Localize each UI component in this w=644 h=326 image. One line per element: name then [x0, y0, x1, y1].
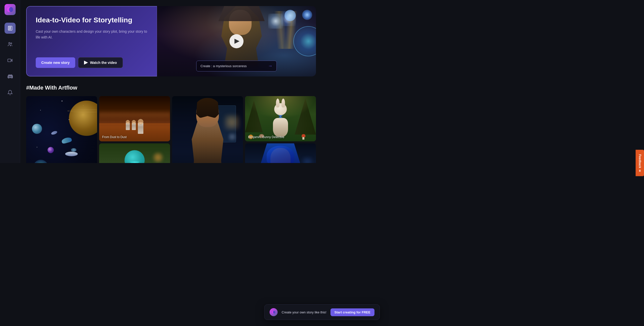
app-logo[interactable]: [5, 4, 16, 15]
light-orb-top: [302, 10, 312, 20]
gallery-item-bunny[interactable]: Benjamin, Bunny Detective: [245, 96, 316, 141]
watch-video-button[interactable]: Watch the video: [78, 57, 123, 68]
city-light-2: [228, 133, 236, 141]
astronaut-small-1: [126, 123, 130, 130]
bunny-label: Benjamin, Bunny Detective: [248, 135, 284, 139]
svg-rect-5: [8, 59, 11, 62]
space-background: [26, 96, 97, 163]
gallery-item-cartoon[interactable]: [99, 143, 170, 163]
cartoon-background: [99, 143, 170, 163]
mars-background: From Dust to Dust: [99, 96, 170, 141]
bell-icon: [7, 90, 13, 95]
star-1: [40, 110, 41, 110]
mars-label: From Dust to Dust: [102, 135, 127, 139]
sidebar-item-stories[interactable]: [5, 23, 16, 34]
hero-buttons: Create new story Watch the video: [36, 57, 148, 68]
svg-point-1: [9, 7, 13, 12]
hero-left-panel: Idea-to-Video for Storytelling Cast your…: [26, 6, 157, 76]
small-planet-1: [32, 124, 42, 134]
electric-glow: [268, 14, 283, 29]
ufo-dome: [71, 148, 76, 152]
gallery-item-portrait[interactable]: [172, 96, 243, 163]
large-planet: [69, 101, 97, 136]
character-hood: [213, 6, 270, 21]
small-planet-2: [48, 147, 54, 153]
gallery-item-mars[interactable]: From Dust to Dust: [99, 96, 170, 141]
city-light-1: [224, 115, 239, 130]
bunny-ear-2: [281, 99, 285, 107]
star-6: [62, 101, 62, 101]
mushroom: [302, 134, 305, 139]
discord-icon: [7, 74, 13, 79]
sidebar-item-discord[interactable]: [5, 71, 16, 82]
astronaut-small-2: [132, 123, 136, 130]
cartoon-glow-1: [153, 152, 163, 162]
sidebar-item-video[interactable]: [5, 55, 16, 66]
hero-text-block: Idea-to-Video for Storytelling Cast your…: [36, 16, 148, 40]
blue-orb-right: [293, 26, 316, 56]
dust-cloud: [99, 110, 170, 120]
video-prompt-text: Create : a mysterious sorceress: [200, 64, 265, 68]
hero-section: Idea-to-Video for Storytelling Cast your…: [26, 6, 316, 76]
book-icon: [7, 25, 13, 31]
teal-orb-1: [33, 160, 48, 163]
sidebar-item-notifications[interactable]: [5, 87, 16, 98]
play-triangle-icon: [234, 39, 239, 44]
astronaut-big: [138, 123, 143, 134]
portrait-background: [172, 96, 243, 163]
play-button-overlay[interactable]: [229, 34, 244, 48]
woman-hair: [195, 98, 220, 118]
hero-title: Idea-to-Video for Storytelling: [36, 16, 148, 25]
gallery-grid: From Dust to Dust: [26, 96, 316, 163]
gallery-item-space[interactable]: [26, 96, 97, 163]
gallery-item-blue-portrait[interactable]: [245, 143, 316, 163]
small-orb-top: [285, 10, 296, 21]
sidebar-item-characters[interactable]: [5, 39, 16, 50]
svg-point-4: [11, 43, 12, 44]
watch-video-label: Watch the video: [90, 61, 117, 65]
made-with-section: #Made With Artflow: [26, 85, 316, 163]
blue-glow-1: [302, 157, 312, 163]
submit-prompt-arrow[interactable]: →: [268, 63, 272, 69]
bunny-body: [273, 118, 288, 137]
play-icon: [84, 61, 88, 65]
bunny-background: Benjamin, Bunny Detective: [245, 96, 316, 141]
main-content: Idea-to-Video for Storytelling Cast your…: [20, 0, 322, 163]
video-prompt-bar: Create : a mysterious sorceress →: [196, 61, 277, 71]
section-title: #Made With Artflow: [26, 85, 316, 91]
bunny-ear-1: [276, 99, 279, 107]
spaceship-1: [61, 137, 72, 144]
spaceship-2: [51, 130, 58, 135]
person-icon: [7, 42, 13, 47]
blue-portrait-background: [245, 143, 316, 163]
create-story-button[interactable]: Create new story: [36, 57, 75, 68]
hero-right-panel[interactable]: Create : a mysterious sorceress →: [157, 6, 316, 76]
hero-description: Cast your own characters and design your…: [36, 29, 148, 40]
star-5: [37, 147, 37, 147]
ufo: [65, 152, 78, 156]
logo-icon: [7, 6, 14, 13]
video-icon: [7, 58, 13, 63]
sidebar: [0, 0, 20, 163]
svg-point-3: [9, 43, 10, 44]
astronaut-group: [99, 123, 170, 134]
